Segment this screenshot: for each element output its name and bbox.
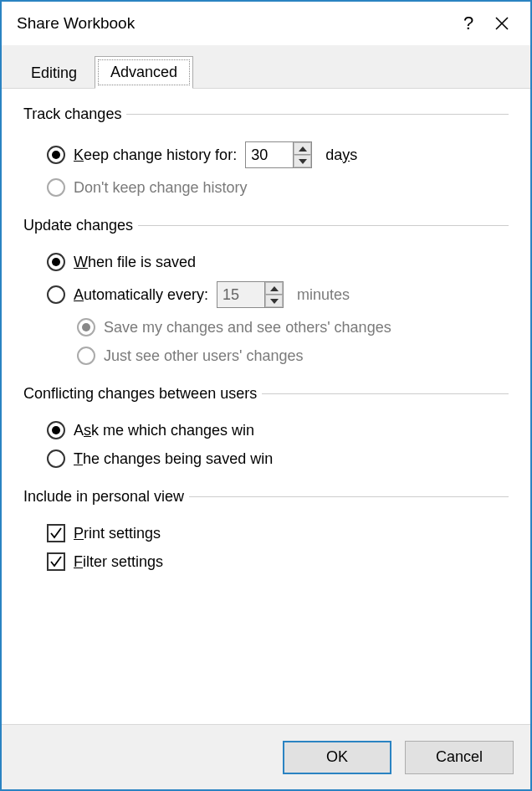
dialog-title: Share Workbook [17,14,452,33]
group-header: Include in personal view [23,488,509,506]
group-conflicts: Conflicting changes between users Ask me… [23,385,509,473]
close-icon [494,16,509,31]
tab-content: Track changes Keep change history for: d… [2,89,530,724]
radio-ask-me[interactable] [47,421,65,439]
cancel-button[interactable]: Cancel [405,741,514,774]
radio-dont-keep[interactable] [47,178,65,197]
row-auto-every: Automatically every: minutes [23,276,509,313]
group-update-changes: Update changes When file is saved Automa… [23,217,509,370]
check-icon [49,526,63,540]
group-header: Update changes [23,217,509,234]
group-label: Track changes [23,105,121,123]
label-keep-history[interactable]: Keep change history for: [74,146,237,164]
group-label: Update changes [23,217,133,234]
row-just-see: Just see other users' changes [23,342,509,370]
dialog-footer: OK Cancel [2,724,530,789]
label-ask-me[interactable]: Ask me which changes win [74,422,254,439]
share-workbook-dialog: Share Workbook ? Editing Advanced Track … [0,0,532,791]
group-track-changes: Track changes Keep change history for: d… [23,105,509,202]
tab-editing[interactable]: Editing [15,57,93,89]
group-label: Conflicting changes between users [23,385,257,403]
help-button[interactable]: ? [452,13,485,34]
days-spin-up[interactable] [294,142,311,155]
titlebar: Share Workbook ? [2,2,530,45]
row-keep-history: Keep change history for: days [23,136,509,173]
label-saved-win[interactable]: The changes being saved win [74,450,273,468]
radio-when-saved[interactable] [47,253,65,271]
label-days: days [325,146,357,164]
checkbox-filter-settings[interactable] [47,552,65,571]
minutes-spin-up [265,282,283,295]
row-filter-settings: Filter settings [23,547,509,576]
tabstrip: Editing Advanced [2,45,530,89]
label-filter-settings[interactable]: Filter settings [74,553,163,571]
row-when-saved: When file is saved [23,248,509,276]
group-label: Include in personal view [23,488,184,506]
row-print-settings: Print settings [23,519,509,547]
chevron-down-icon [270,299,279,304]
group-header: Conflicting changes between users [23,385,509,403]
checkbox-print-settings[interactable] [47,524,65,542]
row-dont-keep: Don't keep change history [23,173,509,202]
tab-advanced[interactable]: Advanced [95,56,193,89]
label-minutes: minutes [297,286,350,304]
ok-button[interactable]: OK [283,741,391,774]
spinner-minutes [217,281,284,308]
radio-just-see [77,347,95,365]
radio-keep-history[interactable] [47,146,65,164]
label-save-mine: Save my changes and see others' changes [104,319,391,336]
check-icon [49,555,63,568]
divider [262,393,509,394]
chevron-up-icon [270,286,279,291]
row-ask-me: Ask me which changes win [23,416,509,444]
label-auto-every[interactable]: Automatically every: [74,286,208,304]
minutes-spin-down [265,295,283,307]
radio-save-mine [77,318,95,336]
label-just-see: Just see other users' changes [104,347,304,365]
group-header: Track changes [23,105,509,123]
chevron-down-icon [299,159,307,164]
row-saved-win: The changes being saved win [23,444,509,473]
days-spin-down[interactable] [294,155,311,167]
radio-auto-every[interactable] [47,285,65,304]
divider [138,225,509,226]
radio-saved-win[interactable] [47,449,65,468]
group-personal-view: Include in personal view Print settings … [23,488,509,576]
minutes-input [217,282,264,307]
divider [126,114,509,115]
spinner-days [245,141,312,168]
label-when-saved[interactable]: When file is saved [74,254,196,271]
divider [189,496,509,497]
chevron-up-icon [299,146,307,152]
label-dont-keep[interactable]: Don't keep change history [74,179,248,197]
close-button[interactable] [485,16,519,31]
row-save-mine: Save my changes and see others' changes [23,313,509,342]
label-print-settings[interactable]: Print settings [74,525,161,542]
days-input[interactable] [246,142,293,167]
